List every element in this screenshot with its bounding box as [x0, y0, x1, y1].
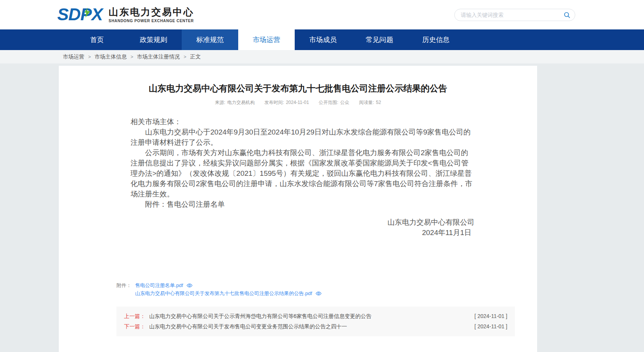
- meta-scope-value: 公众: [340, 100, 349, 105]
- search-button[interactable]: [563, 11, 570, 18]
- prev-article-date: [ 2024-11-01 ]: [475, 311, 507, 321]
- signature-block: 山东电力交易中心有限公司 2024年11月1日: [131, 217, 475, 238]
- attachment-item: 山东电力交易中心有限公司关于发布第九十七批售电公司注册公示结果的公告.pdf: [135, 289, 321, 297]
- logo-letter-x: X: [92, 5, 103, 24]
- breadcrumb-item-market-subject-info[interactable]: 市场主体信息: [95, 54, 127, 60]
- meta-time-label: 发布时间:: [265, 100, 284, 105]
- nav-item-faq[interactable]: 常见问题: [351, 29, 408, 50]
- breadcrumb-item-registration-status[interactable]: 市场主体注册情况: [137, 54, 180, 60]
- meta-views-value: 52: [376, 100, 381, 105]
- attachments-section: 附件： 售电公司注册名单.pdf 山东电力交易中心有限公司关于发布第九十七批售电…: [116, 281, 537, 297]
- paragraph-attachment-note: 附件：售电公司注册名单: [131, 199, 475, 209]
- attachments-label: 附件：: [116, 281, 131, 289]
- breadcrumb: 市场运营 > 市场主体信息 > 市场主体注册情况 > 正文: [0, 50, 644, 63]
- search-input[interactable]: [461, 12, 563, 18]
- attachments-list: 售电公司注册名单.pdf 山东电力交易中心有限公司关于发布第九十七批售电公司注册…: [135, 281, 321, 297]
- nav-item-home[interactable]: 首页: [69, 29, 125, 50]
- breadcrumb-item-market-operation[interactable]: 市场运营: [63, 54, 84, 60]
- logo-letter-p: P: [81, 4, 92, 25]
- eye-icon: [187, 283, 192, 288]
- paragraph: 公示期间，市场有关方对山东赢伦电力科技有限公司、浙江绿星普化电力服务有限公司2家…: [131, 148, 475, 199]
- signature-date: 2024年11月1日: [131, 227, 471, 238]
- breadcrumb-item-current: 正文: [190, 54, 201, 60]
- logo-name-cn: 山东电力交易中心: [109, 6, 194, 18]
- main-nav: 首页 政策规则 标准规范 市场运营 市场成员 常见问题 历史信息: [0, 29, 644, 50]
- attachment-item: 售电公司注册名单.pdf: [135, 281, 321, 289]
- site-logo[interactable]: SDPX 山东电力交易中心 SHANDONG POWER EXCHANGE CE…: [57, 4, 194, 25]
- nav-item-standards[interactable]: 标准规范: [182, 29, 238, 50]
- nav-item-policy-rules[interactable]: 政策规则: [125, 29, 182, 50]
- meta-source-label: 来源:: [215, 100, 225, 105]
- site-header: SDPX 山东电力交易中心 SHANDONG POWER EXCHANGE CE…: [0, 0, 644, 29]
- prev-article-row: 上一篇： 山东电力交易中心有限公司关于公示青州海岱电力有限公司等6家售电公司注册…: [124, 311, 507, 321]
- paragraph-salutation: 相关市场主体：: [131, 117, 475, 127]
- next-article-row: 下一篇： 山东电力交易中心有限公司关于发布售电公司变更业务范围公示结果的公告之四…: [124, 321, 507, 332]
- meta-source-value: 电力交易机构: [227, 100, 255, 105]
- nav-item-market-members[interactable]: 市场成员: [295, 29, 351, 50]
- search-box: [454, 9, 575, 21]
- search-icon: [563, 11, 570, 18]
- breadcrumb-separator: >: [131, 54, 133, 60]
- article-meta: 来源:电力交易机构 发布时间:2024-11-01 公开范围:公众 阅读量:52: [59, 99, 537, 106]
- attachment-link-announcement-pdf[interactable]: 山东电力交易中心有限公司关于发布第九十七批售电公司注册公示结果的公告.pdf: [135, 289, 312, 297]
- breadcrumb-separator: >: [184, 54, 186, 60]
- nav-item-market-operation[interactable]: 市场运营: [238, 29, 295, 50]
- signature-company: 山东电力交易中心有限公司: [131, 217, 475, 227]
- eye-icon: [316, 291, 321, 296]
- breadcrumb-separator: >: [88, 54, 91, 60]
- meta-scope-label: 公开范围:: [319, 100, 338, 105]
- next-article-date: [ 2024-11-01 ]: [475, 321, 507, 332]
- prev-article-label: 上一篇：: [124, 311, 145, 321]
- logo-names: 山东电力交易中心 SHANDONG POWER EXCHANGE CENTER: [109, 6, 194, 23]
- logo-name-en: SHANDONG POWER EXCHANGE CENTER: [109, 19, 194, 23]
- paragraph: 山东电力交易中心于2024年9月30日至2024年10月29日对山东水发综合能源…: [131, 127, 475, 148]
- prev-article-link[interactable]: 山东电力交易中心有限公司关于公示青州海岱电力有限公司等6家售电公司注册信息变更的…: [149, 311, 467, 321]
- article-body: 相关市场主体： 山东电力交易中心于2024年9月30日至2024年10月29日对…: [131, 117, 475, 238]
- meta-time-value: 2024-11-01: [286, 100, 309, 105]
- logo-letters-sd: SD: [57, 5, 81, 24]
- lightning-bolt-icon: [84, 8, 90, 18]
- logo-mark: SDPX: [57, 4, 103, 25]
- attachment-preview-button[interactable]: [187, 283, 192, 288]
- next-article-link[interactable]: 山东电力交易中心有限公司关于发布售电公司变更业务范围公示结果的公告之四十一: [149, 321, 467, 332]
- pager-box: 上一篇： 山东电力交易中心有限公司关于公示青州海岱电力有限公司等6家售电公司注册…: [116, 307, 515, 336]
- article-card: 山东电力交易中心有限公司关于发布第九十七批售电公司注册公示结果的公告 来源:电力…: [59, 66, 537, 352]
- attachment-link-registration-list[interactable]: 售电公司注册名单.pdf: [135, 281, 183, 289]
- nav-item-history[interactable]: 历史信息: [408, 29, 464, 50]
- meta-views-label: 阅读量:: [359, 100, 374, 105]
- next-article-label: 下一篇：: [124, 321, 145, 332]
- attachment-preview-button[interactable]: [316, 291, 321, 296]
- page-title: 山东电力交易中心有限公司关于发布第九十七批售电公司注册公示结果的公告: [59, 66, 537, 94]
